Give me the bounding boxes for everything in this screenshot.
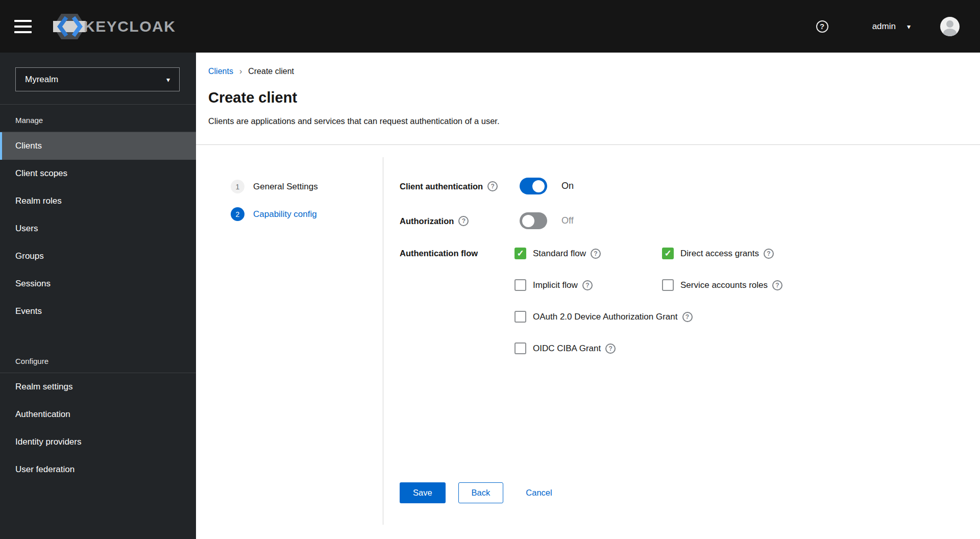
- sidebar-item-identity-providers[interactable]: Identity providers: [0, 428, 196, 456]
- implicit-flow-help-icon[interactable]: ?: [582, 280, 593, 290]
- client-authentication-switch-row: On: [520, 178, 574, 194]
- oidc-ciba-grant-checkbox[interactable]: ✓: [514, 342, 526, 354]
- wizard-step-capability-config[interactable]: 2 Capability config: [231, 207, 318, 221]
- check-icon: ✓: [664, 249, 671, 258]
- help-icon[interactable]: ?: [816, 20, 828, 33]
- page-title: Create client: [208, 89, 297, 106]
- topbar-right: ? admin ▾: [816, 17, 980, 36]
- main-content: Clients › Create client Create client Cl…: [196, 53, 980, 539]
- option-label: OIDC CIBA Grant: [533, 344, 601, 354]
- keycloak-logo: KEYCLOAK: [51, 12, 176, 41]
- oidc-ciba-grant-help-icon[interactable]: ?: [605, 344, 616, 354]
- option-service-accounts-roles[interactable]: ✓ Service accounts roles ?: [662, 279, 782, 291]
- cancel-button[interactable]: Cancel: [526, 482, 552, 503]
- avatar-head-icon: [946, 20, 953, 28]
- save-button[interactable]: Save: [400, 482, 446, 503]
- sidebar-item-realm-settings[interactable]: Realm settings: [0, 373, 196, 401]
- sidebar: Myrealm ▾ Manage Clients Client scopes R…: [0, 53, 196, 539]
- authorization-toggle[interactable]: [520, 212, 547, 229]
- sidebar-item-user-federation[interactable]: User federation: [0, 456, 196, 483]
- realm-name: Myrealm: [25, 75, 166, 85]
- service-accounts-roles-help-icon[interactable]: ?: [772, 280, 782, 290]
- hamburger-menu-icon[interactable]: [14, 20, 32, 33]
- breadcrumb-separator-icon: ›: [239, 67, 242, 76]
- sidebar-item-client-scopes[interactable]: Client scopes: [0, 160, 196, 187]
- authorization-label-text: Authorization: [400, 216, 454, 226]
- topbar: KEYCLOAK ? admin ▾: [0, 0, 980, 53]
- authentication-flow-label: Authentication flow: [400, 249, 478, 258]
- sidebar-item-realm-roles[interactable]: Realm roles: [0, 187, 196, 215]
- oauth-device-grant-checkbox[interactable]: ✓: [514, 311, 526, 323]
- direct-access-grants-help-icon[interactable]: ?: [764, 249, 774, 259]
- toggle-knob: [532, 180, 545, 192]
- client-authentication-state: On: [561, 181, 574, 191]
- wizard-steps: 1 General Settings 2 Capability config: [231, 180, 318, 235]
- realm-caret-icon: ▾: [166, 76, 170, 84]
- client-authentication-label: Client authentication ?: [400, 181, 498, 191]
- breadcrumb-current: Create client: [248, 67, 294, 76]
- standard-flow-help-icon[interactable]: ?: [591, 249, 601, 259]
- breadcrumb-clients-link[interactable]: Clients: [208, 67, 233, 76]
- authentication-flow-options: ✓ Standard flow ? ✓ Direct access grants…: [514, 248, 964, 374]
- checkbox-row: ✓ OIDC CIBA Grant ?: [514, 342, 964, 354]
- checkbox-row: ✓ OAuth 2.0 Device Authorization Grant ?: [514, 311, 964, 323]
- sidebar-item-clients[interactable]: Clients: [0, 132, 196, 160]
- checkbox-row: ✓ Implicit flow ? ✓ Service accounts rol…: [514, 279, 964, 291]
- service-accounts-roles-checkbox[interactable]: ✓: [662, 279, 674, 291]
- oauth-device-grant-help-icon[interactable]: ?: [682, 312, 693, 322]
- sidebar-item-groups[interactable]: Groups: [0, 242, 196, 270]
- step-label: Capability config: [253, 209, 317, 219]
- page-subtitle: Clients are applications and services th…: [208, 116, 500, 126]
- sidebar-item-users[interactable]: Users: [0, 215, 196, 242]
- keycloak-logo-icon: [51, 12, 89, 41]
- toggle-knob: [522, 215, 534, 227]
- breadcrumb: Clients › Create client: [208, 67, 294, 76]
- step-number-badge: 2: [231, 207, 244, 221]
- wizard-step-general-settings[interactable]: 1 General Settings: [231, 180, 318, 193]
- nav-group-manage: Manage: [0, 105, 196, 132]
- brand-text: KEYCLOAK: [84, 18, 176, 35]
- nav-group-configure: Configure: [0, 325, 196, 373]
- option-label: Direct access grants: [680, 249, 759, 259]
- option-label: OAuth 2.0 Device Authorization Grant: [533, 312, 678, 322]
- avatar-body-icon: [943, 29, 957, 36]
- sidebar-item-sessions[interactable]: Sessions: [0, 270, 196, 298]
- client-authentication-label-text: Client authentication: [400, 182, 483, 191]
- step-number-badge: 1: [231, 180, 244, 193]
- checkbox-row: ✓ Standard flow ? ✓ Direct access grants…: [514, 248, 964, 259]
- option-label: Implicit flow: [533, 280, 578, 290]
- authorization-state: Off: [561, 215, 574, 226]
- back-button[interactable]: Back: [458, 482, 504, 503]
- direct-access-grants-checkbox[interactable]: ✓: [662, 248, 674, 259]
- check-icon: ✓: [517, 249, 524, 258]
- user-menu-caret-icon[interactable]: ▾: [907, 22, 911, 31]
- wizard-content-divider: [383, 157, 383, 525]
- implicit-flow-checkbox[interactable]: ✓: [514, 279, 526, 291]
- header-divider: [196, 144, 980, 145]
- standard-flow-checkbox[interactable]: ✓: [514, 248, 526, 259]
- authorization-switch-row: Off: [520, 212, 574, 229]
- option-label: Service accounts roles: [680, 280, 768, 290]
- option-standard-flow[interactable]: ✓ Standard flow ?: [514, 248, 662, 259]
- client-authentication-help-icon[interactable]: ?: [487, 181, 498, 191]
- option-direct-access-grants[interactable]: ✓ Direct access grants ?: [662, 248, 774, 259]
- avatar[interactable]: [940, 17, 960, 36]
- user-menu[interactable]: admin: [872, 21, 896, 32]
- sidebar-item-authentication[interactable]: Authentication: [0, 401, 196, 428]
- option-label: Standard flow: [533, 249, 586, 259]
- realm-selector-area: Myrealm ▾: [0, 53, 196, 104]
- client-authentication-toggle[interactable]: [520, 178, 547, 194]
- form-actions: Save Back Cancel: [400, 482, 552, 503]
- step-label: General Settings: [253, 182, 318, 192]
- option-oidc-ciba-grant[interactable]: ✓ OIDC CIBA Grant ?: [514, 342, 616, 354]
- sidebar-item-events[interactable]: Events: [0, 298, 196, 325]
- realm-selector[interactable]: Myrealm ▾: [15, 67, 180, 91]
- authorization-label: Authorization ?: [400, 216, 469, 226]
- authorization-help-icon[interactable]: ?: [458, 216, 469, 226]
- authentication-flow-label-text: Authentication flow: [400, 249, 478, 258]
- option-implicit-flow[interactable]: ✓ Implicit flow ?: [514, 279, 662, 291]
- option-oauth-device-grant[interactable]: ✓ OAuth 2.0 Device Authorization Grant ?: [514, 311, 693, 323]
